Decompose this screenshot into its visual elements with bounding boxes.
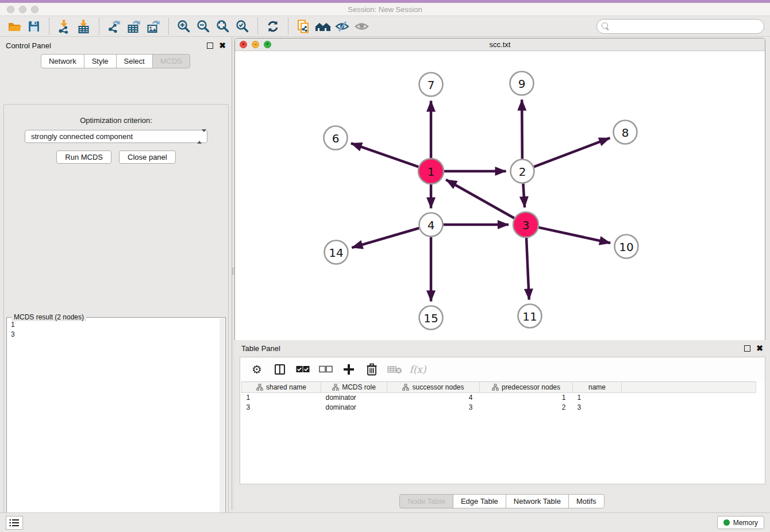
memory-label: Memory bbox=[733, 519, 758, 527]
open-session-icon[interactable] bbox=[5, 18, 24, 35]
refresh-layout-icon[interactable] bbox=[263, 18, 283, 35]
table-float-icon[interactable] bbox=[744, 345, 750, 352]
optimization-criterion-label: Optimization criterion: bbox=[4, 116, 228, 125]
float-panel-icon[interactable] bbox=[207, 43, 213, 49]
edge-3-10[interactable] bbox=[538, 228, 610, 243]
edge-2-9[interactable] bbox=[522, 99, 522, 159]
node-label-9: 9 bbox=[518, 77, 526, 91]
tab-motifs[interactable]: Motifs bbox=[568, 494, 605, 508]
edge-3-11[interactable] bbox=[526, 238, 529, 300]
column-settings-icon[interactable]: ⚙ bbox=[248, 361, 265, 378]
edge-2-8[interactable] bbox=[534, 138, 610, 167]
hierarchy-icon bbox=[332, 384, 339, 391]
zoom-out-icon[interactable] bbox=[194, 18, 213, 35]
first-neighbors-icon[interactable] bbox=[313, 18, 333, 35]
import-network-icon[interactable] bbox=[55, 18, 74, 35]
node-label-8: 8 bbox=[622, 126, 629, 140]
memory-button[interactable]: Memory bbox=[717, 516, 764, 529]
window-titlebar: Session: New Session bbox=[0, 3, 770, 16]
toolbar-separator bbox=[288, 18, 288, 34]
deselect-all-icon[interactable] bbox=[317, 361, 334, 378]
edge-2-3[interactable] bbox=[523, 183, 525, 207]
table-panel-title: Table Panel bbox=[241, 344, 280, 353]
hierarchy-icon bbox=[492, 384, 499, 391]
split-panel-icon[interactable] bbox=[271, 361, 288, 378]
network-frame-titlebar[interactable]: × – + scc.txt bbox=[235, 38, 765, 51]
mcds-result-box: MCDS result (2 nodes) 1 3 bbox=[6, 317, 226, 532]
edge-4-14[interactable] bbox=[352, 228, 419, 248]
memory-status-icon bbox=[723, 519, 730, 526]
search-icon bbox=[602, 22, 610, 30]
select-all-icon[interactable] bbox=[294, 361, 311, 378]
col-predecessor-nodes[interactable]: predecessor nodes bbox=[480, 382, 573, 393]
main-toolbar bbox=[0, 16, 770, 37]
application-window: Session: New Session bbox=[0, 0, 770, 532]
mcds-result-text[interactable]: 1 3 bbox=[7, 320, 220, 532]
col-mcds-role[interactable]: MCDS role bbox=[321, 382, 387, 393]
task-history-button[interactable] bbox=[6, 516, 23, 530]
tab-select[interactable]: Select bbox=[116, 54, 153, 68]
node-label-1: 1 bbox=[428, 165, 435, 179]
table-tabs: Node Table Edge Table Network Table Moti… bbox=[234, 494, 770, 508]
mcds-panel: Optimization criterion: strongly connect… bbox=[3, 104, 229, 532]
table-close-icon[interactable]: ✖ bbox=[756, 345, 763, 352]
delete-column-icon[interactable] bbox=[363, 361, 380, 378]
tab-network-table[interactable]: Network Table bbox=[506, 494, 569, 508]
save-session-icon[interactable] bbox=[24, 18, 44, 35]
zoom-in-icon[interactable] bbox=[174, 18, 194, 35]
add-column-icon[interactable] bbox=[340, 361, 357, 378]
network-canvas[interactable]: 7968124314101511 bbox=[235, 51, 765, 340]
close-panel-icon[interactable]: ✖ bbox=[219, 43, 226, 49]
clone-network-icon[interactable] bbox=[294, 18, 313, 35]
hide-selected-icon[interactable] bbox=[333, 18, 352, 35]
search-input[interactable] bbox=[596, 19, 764, 34]
status-bar: Memory bbox=[0, 512, 770, 532]
table-row[interactable]: 1 dominator 4 1 1 bbox=[242, 393, 756, 403]
tab-mcds[interactable]: MCDS bbox=[152, 54, 190, 68]
export-table-icon[interactable] bbox=[124, 18, 144, 35]
node-table: shared name MCDS role successor nodes pr… bbox=[241, 381, 756, 413]
table-panel: Table Panel ✖ ⚙ bbox=[234, 340, 770, 512]
node-label-4: 4 bbox=[428, 218, 435, 232]
table-toolbar: ⚙ f(x) bbox=[240, 357, 765, 381]
result-scrollbar[interactable] bbox=[220, 318, 225, 532]
tab-network[interactable]: Network bbox=[41, 54, 84, 68]
select-stepper-icon bbox=[197, 132, 203, 141]
table-header-row: shared name MCDS role successor nodes pr… bbox=[242, 382, 756, 393]
toolbar-separator bbox=[49, 18, 49, 34]
delete-table-icon[interactable] bbox=[386, 361, 403, 378]
node-label-6: 6 bbox=[332, 132, 340, 145]
node-table-area: ⚙ f(x) bbox=[240, 357, 765, 484]
export-image-icon[interactable] bbox=[144, 18, 163, 35]
col-name[interactable]: name bbox=[573, 382, 622, 393]
toolbar-separator bbox=[99, 18, 99, 34]
zoom-fit-icon[interactable] bbox=[213, 18, 233, 35]
toolbar-separator bbox=[168, 18, 169, 34]
search-box bbox=[596, 19, 764, 34]
control-panel-title: Control Panel bbox=[6, 41, 51, 50]
node-label-11: 11 bbox=[522, 310, 537, 323]
node-label-10: 10 bbox=[619, 240, 633, 254]
hierarchy-icon bbox=[402, 384, 409, 391]
run-mcds-button[interactable]: Run MCDS bbox=[56, 151, 111, 164]
col-successor-nodes[interactable]: successor nodes bbox=[387, 382, 480, 393]
hierarchy-icon bbox=[256, 384, 263, 391]
network-view-frame: × – + scc.txt 7968124314101511 bbox=[234, 38, 765, 341]
export-network-icon[interactable] bbox=[105, 18, 124, 35]
network-graph[interactable]: 7968124314101511 bbox=[235, 51, 765, 340]
close-panel-button[interactable]: Close panel bbox=[119, 151, 176, 164]
criterion-value: strongly connected component bbox=[31, 132, 133, 141]
tab-style[interactable]: Style bbox=[84, 54, 117, 68]
apply-function-icon[interactable]: f(x) bbox=[409, 361, 426, 378]
criterion-select[interactable]: strongly connected component bbox=[25, 130, 207, 143]
edge-1-6[interactable] bbox=[351, 143, 418, 167]
control-panel-tabs: Network Style Select MCDS bbox=[0, 54, 232, 68]
tab-edge-table[interactable]: Edge Table bbox=[453, 494, 506, 508]
edge-3-1[interactable] bbox=[446, 180, 514, 218]
table-row[interactable]: 3 dominator 3 2 3 bbox=[242, 403, 756, 413]
import-table-icon[interactable] bbox=[74, 18, 94, 35]
col-shared-name[interactable]: shared name bbox=[242, 382, 321, 393]
tab-node-table[interactable]: Node Table bbox=[399, 494, 453, 508]
zoom-selected-icon[interactable] bbox=[233, 18, 252, 35]
show-all-icon[interactable] bbox=[352, 18, 372, 35]
